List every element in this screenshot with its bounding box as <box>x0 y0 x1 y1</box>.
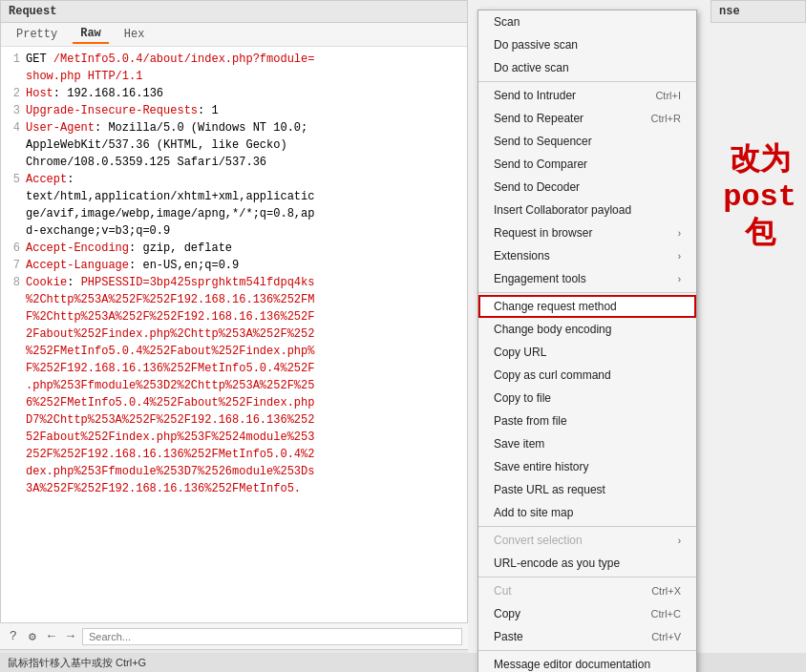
menu-item-url-encode-as-you-type[interactable]: URL-encode as you type <box>478 552 696 575</box>
menu-item-add-to-site-map[interactable]: Add to site map <box>478 501 696 524</box>
menu-item-save-item[interactable]: Save item <box>478 432 696 455</box>
request-line-5b: text/html,application/xhtml+xml,applicat… <box>7 188 461 205</box>
menu-item-insert-collaborator-payload[interactable]: Insert Collaborator payload <box>478 199 696 221</box>
bottom-toolbar: ? ⚙ ← → <box>0 622 468 649</box>
request-line-4: 4 User-Agent: Mozilla/5.0 (Windows NT 10… <box>7 119 461 136</box>
request-line-6: 6 Accept-Encoding: gzip, deflate <box>7 240 461 257</box>
request-line-4c: Chrome/108.0.5359.125 Safari/537.36 <box>7 154 461 171</box>
menu-item-message-editor-documentation[interactable]: Message editor documentation <box>478 653 696 672</box>
cookie-line-4: %252FMetInfo5.0.4%252Fabout%252Findex.ph… <box>7 343 461 360</box>
request-line-1b: show.php HTTP/1.1 <box>7 68 461 85</box>
cookie-line-2: F%2Chttp%253A%252F%252F192.168.16.136%25… <box>7 308 461 326</box>
request-line-1: 1 GET /MetInfo5.0.4/about/index.php?fmod… <box>7 51 461 68</box>
menu-item-copy-url[interactable]: Copy URL <box>478 341 696 364</box>
request-line-5: 5 Accept: <box>7 171 461 188</box>
request-body: 1 GET /MetInfo5.0.4/about/index.php?fmod… <box>1 47 467 640</box>
chinese-annotation: 改为 post 包 <box>723 143 796 253</box>
request-line-3: 3 Upgrade-Insecure-Requests: 1 <box>7 102 461 119</box>
request-line-5d: d-exchange;v=b3;q=0.9 <box>7 222 461 240</box>
tab-pretty[interactable]: Pretty <box>9 26 65 43</box>
menu-item-copy[interactable]: CopyCtrl+C <box>478 602 696 625</box>
menu-item-scan[interactable]: Scan <box>478 10 696 33</box>
menu-separator <box>478 577 696 578</box>
cookie-line-8: D7%2Chttp%253A%252F%252F192.168.16.136%2… <box>7 411 461 429</box>
menu-item-send-to-comparer[interactable]: Send to Comparer <box>478 153 696 176</box>
request-line-2: 2 Host: 192.168.16.136 <box>7 85 461 102</box>
back-icon[interactable]: ← <box>44 629 59 644</box>
menu-separator <box>478 650 696 651</box>
request-line-4b: AppleWebKit/537.36 (KHTML, like Gecko) <box>7 136 461 154</box>
menu-separator <box>478 292 696 293</box>
response-label: nse <box>711 0 806 23</box>
menu-item-copy-to-file[interactable]: Copy to file <box>478 387 696 410</box>
cookie-line-3: 2Fabout%252Findex.php%2Chttp%253A%252F%2… <box>7 326 461 343</box>
menu-item-paste-from-file[interactable]: Paste from file <box>478 410 696 432</box>
request-line-7: 7 Accept-Language: en-US,en;q=0.9 <box>7 257 461 274</box>
menu-item-change-request-method[interactable]: Change request method <box>478 295 696 318</box>
help-icon[interactable]: ? <box>6 629 21 644</box>
cookie-line-6: .php%253Ffmodule%253D2%2Chttp%253A%252F%… <box>7 377 461 394</box>
menu-item-do-passive-scan[interactable]: Do passive scan <box>478 33 696 56</box>
request-panel: Request Pretty Raw Hex 1 GET /MetInfo5.0… <box>0 0 468 649</box>
tabs-bar: Pretty Raw Hex <box>1 23 467 47</box>
menu-item-save-entire-history[interactable]: Save entire history <box>478 455 696 478</box>
cookie-line-10: 252F%252F192.168.16.136%252FMetInfo5.0.4… <box>7 446 461 463</box>
menu-separator <box>478 526 696 527</box>
menu-item-paste-url-as-request[interactable]: Paste URL as request <box>478 478 696 501</box>
settings-icon[interactable]: ⚙ <box>25 629 40 644</box>
menu-item-convert-selection: Convert selection› <box>478 529 696 552</box>
cookie-line-12: 3A%252F%252F192.168.16.136%252FMetInfo5. <box>7 480 461 497</box>
forward-icon[interactable]: → <box>63 629 78 644</box>
request-line-8: 8 Cookie: PHPSESSID=3bp425sprghktm54lfdp… <box>7 274 461 291</box>
menu-item-send-to-sequencer[interactable]: Send to Sequencer <box>478 130 696 153</box>
search-input[interactable] <box>82 628 462 645</box>
tab-raw[interactable]: Raw <box>73 25 109 44</box>
menu-item-send-to-repeater[interactable]: Send to RepeaterCtrl+R <box>478 107 696 130</box>
menu-item-cut: CutCtrl+X <box>478 579 696 602</box>
menu-separator <box>478 81 696 82</box>
request-line-5c: ge/avif,image/webp,image/apng,*/*;q=0.8,… <box>7 205 461 222</box>
cookie-line-9: 52Fabout%252Findex.php%253F%2524module%2… <box>7 429 461 446</box>
menu-item-request-in-browser[interactable]: Request in browser› <box>478 221 696 244</box>
menu-item-extensions[interactable]: Extensions› <box>478 244 696 267</box>
menu-item-copy-as-curl-command[interactable]: Copy as curl command <box>478 364 696 387</box>
tip-text: 鼠标指针移入基中或按 Ctrl+G <box>8 656 146 670</box>
menu-item-send-to-intruder[interactable]: Send to IntruderCtrl+I <box>478 84 696 107</box>
panel-title: Request <box>1 1 467 23</box>
cookie-line-1: %2Chttp%253A%252F%252F192.168.16.136%252… <box>7 291 461 308</box>
menu-item-send-to-decoder[interactable]: Send to Decoder <box>478 176 696 199</box>
cookie-line-7: 6%252FMetInfo5.0.4%252Fabout%252Findex.p… <box>7 394 461 411</box>
menu-item-engagement-tools[interactable]: Engagement tools› <box>478 267 696 290</box>
menu-item-do-active-scan[interactable]: Do active scan <box>478 56 696 79</box>
cookie-line-5: F%252F192.168.16.136%252FMetInfo5.0.4%25… <box>7 360 461 377</box>
tab-hex[interactable]: Hex <box>117 26 153 43</box>
context-menu: ScanDo passive scanDo active scanSend to… <box>477 10 697 672</box>
cookie-line-11: dex.php%253Ffmodule%253D7%2526module%253… <box>7 463 461 480</box>
menu-item-change-body-encoding[interactable]: Change body encoding <box>478 318 696 341</box>
menu-item-paste[interactable]: PasteCtrl+V <box>478 625 696 648</box>
